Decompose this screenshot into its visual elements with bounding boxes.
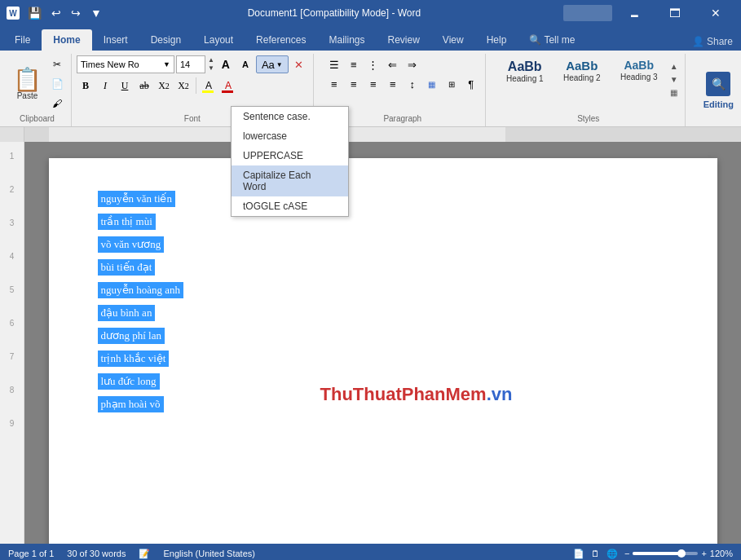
grow-font-button[interactable]: A (217, 55, 235, 73)
watermark-text: ThuThuatPhanMem (320, 384, 487, 404)
case-toggle[interactable]: tOGGLE cASE (232, 196, 348, 216)
style-gallery-arrows: ▲ ▼ ▦ (668, 60, 680, 98)
title-bar-left: W 💾 ↩ ↪ ▼ (7, 5, 105, 21)
font-name-arrow: ▼ (163, 60, 170, 68)
tab-tell-me[interactable]: 🔍 Tell me (518, 29, 586, 51)
document-main[interactable]: nguyễn văn tiến trần thị mùi võ văn vươn… (24, 142, 741, 544)
style-gallery-down[interactable]: ▼ (668, 73, 680, 85)
text-highlight-button[interactable]: A (200, 77, 218, 95)
close-button[interactable]: ✕ (697, 0, 734, 26)
redo-icon[interactable]: ↪ (68, 5, 84, 21)
shrink-font-button[interactable]: A (236, 55, 254, 73)
zoom-in-button[interactable]: + (701, 549, 706, 558)
case-uppercase[interactable]: UPPERCASE (232, 146, 348, 165)
text-line-1: nguyễn văn tiến (98, 191, 176, 207)
bullet-list-button[interactable]: ☰ (325, 55, 343, 73)
editing-content: 🔍 Editing (697, 55, 740, 125)
user-account[interactable] (563, 5, 612, 21)
paragraph-content: ☰ ≡ ⋮ ⇐ ⇒ ≡ ≡ ≡ ≡ ↕ ▦ ⊞ ¶ (325, 55, 480, 112)
view-print-icon[interactable]: 🗒 (591, 549, 600, 558)
search-button[interactable]: 🔍 (706, 72, 730, 96)
zoom-thumb[interactable] (677, 549, 686, 558)
undo-icon[interactable]: ↩ (48, 5, 64, 21)
document-container: 1 2 3 4 5 6 7 8 9 nguyễn văn tiến trần t… (0, 142, 741, 544)
minimize-button[interactable]: 🗕 (615, 0, 653, 26)
styles-content: AaBb Heading 1 AaBb Heading 2 AaBb Headi… (497, 55, 680, 112)
superscript-button[interactable]: X2 (174, 77, 192, 95)
show-hide-button[interactable]: ¶ (462, 75, 480, 93)
decrease-indent-button[interactable]: ⇐ (384, 55, 402, 73)
font-size-down-icon[interactable]: ▼ (207, 64, 215, 73)
case-lowercase[interactable]: lowercase (232, 126, 348, 146)
borders-button[interactable]: ⊞ (443, 75, 461, 93)
tab-insert[interactable]: Insert (92, 29, 139, 51)
font-size-box[interactable]: 14 (176, 55, 205, 73)
increase-indent-button[interactable]: ⇒ (404, 55, 421, 73)
tab-file[interactable]: File (3, 29, 42, 51)
zoom-track[interactable] (633, 552, 698, 555)
change-case-button[interactable]: Aa ▼ (256, 55, 289, 73)
style-gallery-expand[interactable]: ▦ (668, 86, 680, 98)
sidebar-marker-7: 7 (10, 352, 15, 361)
shading-button[interactable]: ▦ (423, 75, 441, 93)
sidebar-marker: 1 (10, 152, 15, 161)
ribbon: 📋 Paste ✂ 📄 🖌 Clipboard Times New Ro ▼ (0, 51, 741, 127)
save-icon[interactable]: 💾 (24, 5, 45, 21)
multilevel-list-button[interactable]: ⋮ (364, 55, 382, 73)
heading1-preview: AaBb (508, 59, 542, 74)
watermark: ThuThuatPhanMem.vn (320, 384, 513, 405)
cut-button[interactable]: ✂ (48, 55, 66, 73)
style-heading2[interactable]: AaBb Heading 2 (554, 55, 610, 103)
style-heading3[interactable]: AaBb Heading 3 (611, 55, 667, 103)
align-left-button[interactable]: ≡ (325, 75, 343, 93)
zoom-out-button[interactable]: − (624, 549, 629, 558)
tab-view[interactable]: View (431, 29, 475, 51)
tab-review[interactable]: Review (376, 29, 430, 51)
paragraph-buttons: ☰ ≡ ⋮ ⇐ ⇒ ≡ ≡ ≡ ≡ ↕ ▦ ⊞ ¶ (325, 55, 480, 93)
italic-button[interactable]: I (96, 77, 114, 95)
clear-format-button[interactable]: ✕ (290, 55, 308, 73)
tab-help[interactable]: Help (475, 29, 518, 51)
font-name-box[interactable]: Times New Ro ▼ (77, 55, 174, 73)
document-page: nguyễn văn tiến trần thị mùi võ văn vươn… (49, 158, 717, 544)
tab-home[interactable]: Home (42, 29, 91, 51)
share-button[interactable]: 👤 Share (684, 33, 741, 51)
heading2-label: Heading 2 (563, 73, 601, 82)
strikethrough-button[interactable]: ab (135, 77, 153, 95)
style-gallery-up[interactable]: ▲ (668, 60, 680, 72)
font-size-text: 14 (180, 60, 190, 69)
tab-design[interactable]: Design (139, 29, 192, 51)
text-line-5: nguyễn hoàng anh (98, 282, 184, 298)
justify-button[interactable]: ≡ (384, 75, 402, 93)
customize-icon[interactable]: ▼ (87, 5, 105, 21)
heading2-preview: AaBb (566, 59, 598, 73)
font-content: Times New Ro ▼ 14 ▲ ▼ A A Aa ▼ (77, 55, 308, 112)
text-line-10: phạm hoài võ (98, 396, 164, 412)
align-right-button[interactable]: ≡ (364, 75, 382, 93)
numbered-list-button[interactable]: ≡ (345, 55, 363, 73)
align-center-button[interactable]: ≡ (345, 75, 363, 93)
text-line-9: lưu đức long (98, 373, 160, 390)
ruler-svg (24, 127, 741, 142)
tab-layout[interactable]: Layout (192, 29, 245, 51)
maximize-button[interactable]: 🗖 (656, 0, 694, 26)
text-line-2: trần thị mùi (98, 214, 156, 230)
format-painter-button[interactable]: 🖌 (48, 95, 66, 112)
paste-button[interactable]: 📋 Paste (8, 65, 46, 104)
underline-button[interactable]: U (116, 77, 134, 95)
case-sentence[interactable]: Sentence case. (232, 107, 348, 126)
copy-button[interactable]: 📄 (48, 75, 66, 93)
subscript-button[interactable]: X2 (155, 77, 173, 95)
sidebar-marker-2: 2 (10, 185, 15, 194)
style-heading1[interactable]: AaBb Heading 1 (497, 55, 553, 103)
view-web-icon[interactable]: 🌐 (606, 549, 618, 559)
tab-references[interactable]: References (245, 29, 317, 51)
tab-mailings[interactable]: Mailings (317, 29, 376, 51)
bold-button[interactable]: B (77, 77, 95, 95)
doc-line-3: võ văn vương (98, 236, 668, 253)
font-size-up-icon[interactable]: ▲ (207, 56, 215, 64)
case-capitalize[interactable]: Capitalize Each Word (232, 165, 348, 196)
view-normal-icon[interactable]: 📄 (573, 549, 584, 559)
font-color-button[interactable]: A (219, 77, 237, 95)
line-spacing-button[interactable]: ↕ (404, 75, 421, 93)
